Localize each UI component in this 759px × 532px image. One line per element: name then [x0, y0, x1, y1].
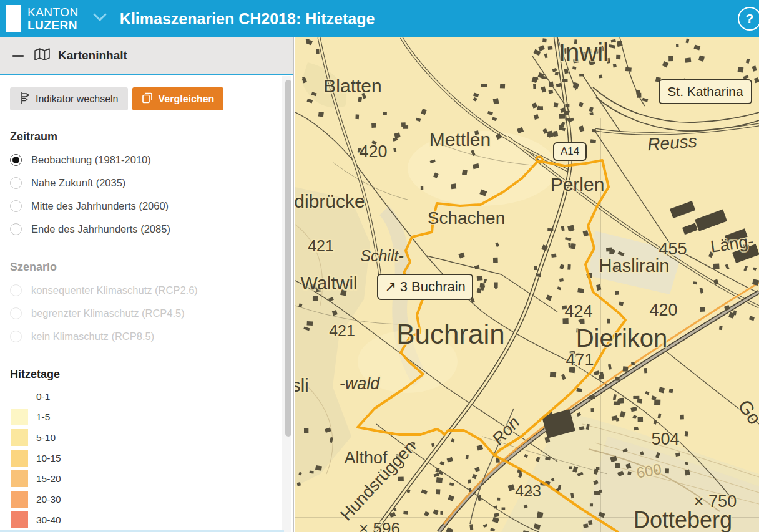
radio-circle [10, 223, 22, 235]
radio-label: Ende des Jahrhunderts (2085) [31, 223, 170, 235]
svg-text:420: 420 [359, 142, 387, 161]
legend-label: 0-1 [36, 391, 50, 402]
logo-text: KANTON LUZERN [27, 6, 79, 32]
page-title: Klimaszenarien CH2018: Hitzetage [120, 10, 375, 28]
svg-text:Mettlen: Mettlen [429, 129, 491, 150]
logo-line2: LUZERN [27, 19, 79, 32]
legend-label: 1-5 [36, 412, 50, 423]
copy-pages-icon [142, 92, 153, 106]
legend-swatch [11, 511, 28, 528]
svg-text:× 596: × 596 [359, 519, 400, 532]
panel-header: Karteninhalt [0, 37, 293, 75]
map-icon [34, 47, 51, 64]
logo-mark [6, 5, 21, 32]
radio-circle [10, 331, 22, 342]
zeitraum-radio-group: Beobachtung (1981-2010) Nahe Zukunft (20… [10, 148, 293, 241]
svg-text:A14: A14 [561, 145, 579, 157]
legend-label: 30-40 [36, 515, 61, 526]
radio-option-rcp45: begrenzter Klimaschutz (RCP4.5) [10, 302, 293, 325]
scrollbar-thumb[interactable] [285, 80, 291, 437]
svg-text:504: 504 [651, 430, 679, 448]
svg-text:Blatten: Blatten [323, 75, 381, 96]
radio-circle [10, 307, 22, 319]
legend-swatch [11, 491, 28, 508]
svg-text:Waltwil: Waltwil [301, 273, 358, 293]
legend-swatch [11, 409, 28, 425]
logo-line1: KANTON [27, 6, 79, 19]
svg-text:Dierikon: Dierikon [576, 324, 668, 352]
radio-option-beobachtung[interactable]: Beobachtung (1981-2010) [10, 148, 293, 172]
svg-text:Haslirain: Haslirain [599, 256, 670, 276]
app-header: KANTON LUZERN Klimaszenarien CH2018: Hit… [0, 0, 759, 37]
radio-option-rcp26: konsequenter Klimaschutz (RCP2.6) [10, 279, 293, 302]
legend-row: 20-30 [10, 489, 293, 510]
panel-body: Indikator wechseln Vergleichen Zeitraum … [0, 75, 293, 532]
svg-text:424: 424 [564, 302, 592, 321]
radio-circle [10, 177, 22, 189]
radio-option-mitte-jahrhundert[interactable]: Mitte des Jahrhunderts (2060) [10, 195, 293, 218]
app-window: KANTON LUZERN Klimaszenarien CH2018: Hit… [0, 0, 759, 532]
svg-text:421: 421 [329, 322, 355, 339]
legend-row: 0-1 [10, 386, 293, 407]
radio-label: kein Klimaschutz (RCP8.5) [31, 331, 154, 342]
signpost-icon [19, 92, 30, 107]
radio-label: begrenzter Klimaschutz (RCP4.5) [31, 307, 185, 319]
svg-text:Reuss: Reuss [647, 132, 697, 154]
svg-text:sli: sli [295, 375, 309, 395]
help-button[interactable]: ? [738, 7, 759, 31]
legend-label: 20-30 [36, 494, 61, 505]
svg-text:↗ 3 Buchrain: ↗ 3 Buchrain [384, 279, 466, 294]
svg-text:Schilt-: Schilt- [360, 247, 403, 264]
legend-row: 15-20 [10, 468, 293, 489]
legend-row: 10-15 [10, 448, 293, 468]
indicator-switch-label: Indikator wechseln [36, 94, 119, 105]
szenario-radio-group: konsequenter Klimaschutz (RCP2.6) begren… [10, 279, 293, 348]
panel-title: Karteninhalt [58, 49, 127, 62]
legend-swatch [11, 429, 28, 446]
indicator-switch-button[interactable]: Indikator wechseln [10, 87, 128, 110]
radio-option-ende-jahrhundert[interactable]: Ende des Jahrhunderts (2085) [10, 218, 293, 241]
legend-label: 10-15 [36, 453, 61, 464]
legend-label: 5-10 [36, 432, 56, 443]
legend-row: 1-5 [10, 407, 293, 427]
svg-text:Buchrain: Buchrain [396, 319, 505, 349]
svg-text:-wald: -wald [340, 374, 381, 393]
legend-swatch [11, 450, 28, 467]
radio-label: Nahe Zukunft (2035) [31, 177, 125, 189]
heading-szenario: Szenario [10, 261, 293, 274]
radio-circle [10, 284, 22, 296]
svg-text:Dotteberg: Dotteberg [634, 507, 732, 532]
chevron-down-icon[interactable] [92, 12, 107, 25]
radio-label: Mitte des Jahrhunderts (2060) [31, 200, 169, 212]
svg-text:421: 421 [308, 237, 334, 254]
svg-text:St. Katharina: St. Katharina [667, 84, 743, 99]
map-content-panel: Karteninhalt Indikator wechseln Vergleic… [0, 37, 294, 532]
radio-option-rcp85: kein Klimaschutz (RCP8.5) [10, 325, 293, 348]
legend-row: 5-10 [10, 427, 293, 448]
legend-label: 15-20 [36, 473, 61, 485]
compare-label: Vergleichen [159, 94, 215, 105]
hitzetage-legend: 0-1 1-5 5-10 10-15 15-20 20-30 30-40 40-… [10, 386, 293, 532]
heading-zeitraum: Zeitraum [10, 130, 293, 143]
collapse-minus-icon[interactable] [12, 55, 24, 57]
svg-text:Schachen: Schachen [428, 208, 506, 228]
radio-circle [10, 200, 22, 212]
svg-text:471: 471 [566, 351, 594, 369]
radio-option-nahe-zukunft[interactable]: Nahe Zukunft (2035) [10, 172, 293, 195]
question-icon: ? [746, 11, 754, 26]
kanton-luzern-logo: KANTON LUZERN [6, 5, 79, 32]
svg-text:Inwil: Inwil [559, 39, 609, 66]
legend-swatch [11, 388, 28, 405]
svg-text:423: 423 [515, 482, 541, 500]
compare-button[interactable]: Vergleichen [132, 87, 224, 110]
radio-circle [10, 154, 22, 166]
radio-label: Beobachtung (1981-2010) [31, 154, 151, 166]
svg-text:420: 420 [649, 301, 677, 319]
map-canvas[interactable]: St. KatharinaA14↗ 3 Buchrain Blatten420I… [295, 37, 759, 532]
legend-swatch [11, 470, 28, 487]
svg-text:Perlen: Perlen [551, 174, 605, 195]
heading-hitzetage: Hitzetage [10, 368, 293, 381]
radio-label: konsequenter Klimaschutz (RCP2.6) [31, 284, 198, 296]
sidebar-bottom-strip [0, 530, 284, 532]
svg-text:dibrücke: dibrücke [295, 191, 365, 211]
